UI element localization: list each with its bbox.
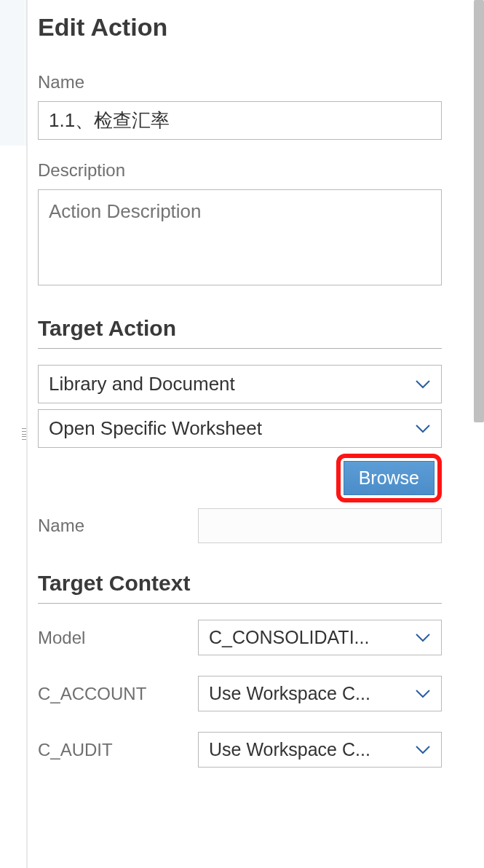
edit-action-panel: Edit Action Name Description Target Acti… [0, 0, 471, 768]
target-name-label: Name [38, 516, 198, 536]
context-row-account: C_ACCOUNT Use Workspace C... [38, 676, 442, 711]
panel-divider [26, 0, 28, 868]
vertical-scrollbar[interactable] [474, 0, 484, 422]
target-name-row: Name [38, 508, 442, 543]
audit-value: Use Workspace C... [209, 739, 370, 760]
target-context-header: Target Context [38, 571, 442, 604]
browse-button[interactable]: Browse [344, 461, 435, 495]
account-dropdown[interactable]: Use Workspace C... [198, 676, 442, 711]
target-action-header: Target Action [38, 316, 442, 349]
name-field-group: Name [38, 72, 442, 140]
description-label: Description [38, 160, 442, 181]
name-input[interactable] [38, 101, 442, 140]
account-value: Use Workspace C... [209, 683, 370, 704]
context-label-account: C_ACCOUNT [38, 684, 198, 704]
target-subtype-value: Open Specific Worksheet [49, 417, 262, 440]
panel-drag-handle[interactable] [22, 428, 26, 440]
chevron-down-icon [415, 633, 431, 643]
context-row-model: Model C_CONSOLIDATI... [38, 620, 442, 655]
context-label-audit: C_AUDIT [38, 740, 198, 760]
model-value: C_CONSOLIDATI... [209, 627, 369, 648]
description-input[interactable] [38, 189, 442, 285]
chevron-down-icon [415, 379, 431, 390]
chevron-down-icon [415, 745, 431, 755]
chevron-down-icon [415, 689, 431, 699]
left-sidebar-edge [0, 0, 26, 146]
target-type-value: Library and Document [49, 373, 235, 395]
context-row-audit: C_AUDIT Use Workspace C... [38, 732, 442, 768]
context-label-model: Model [38, 628, 198, 648]
model-dropdown[interactable]: C_CONSOLIDATI... [198, 620, 442, 655]
audit-dropdown[interactable]: Use Workspace C... [198, 732, 442, 768]
browse-highlight: Browse [336, 454, 442, 502]
page-title: Edit Action [38, 13, 442, 42]
name-label: Name [38, 72, 442, 92]
chevron-down-icon [415, 424, 431, 434]
description-field-group: Description [38, 160, 442, 288]
browse-row: Browse [38, 454, 442, 502]
target-name-display [198, 508, 442, 543]
target-type-dropdown[interactable]: Library and Document [38, 365, 442, 403]
target-subtype-dropdown[interactable]: Open Specific Worksheet [38, 409, 442, 448]
